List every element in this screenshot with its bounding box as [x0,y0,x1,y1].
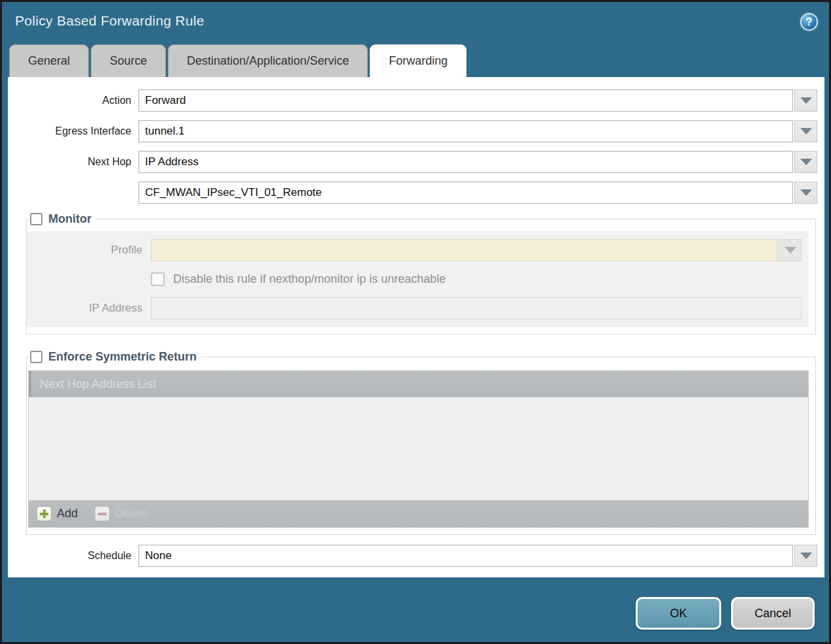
chevron-down-icon [800,553,812,559]
next-hop-address-input[interactable] [138,182,793,204]
egress-interface-row: Egress Interface [8,120,824,142]
chevron-down-icon [800,97,812,104]
disable-rule-label: Disable this rule if nexthop/monitor ip … [173,272,446,286]
delete-button[interactable]: Delete [95,506,149,521]
forwarding-tab-panel: Action Egress Interface Next Hop [8,77,824,577]
schedule-label: Schedule [8,550,138,562]
action-input[interactable] [138,89,793,112]
chevron-down-icon [800,128,812,135]
schedule-input[interactable] [138,545,793,567]
disable-rule-row: Disable this rule if nexthop/monitor ip … [27,272,802,286]
next-hop-address-row [8,182,824,204]
next-hop-address-table-body[interactable] [29,397,808,500]
disable-rule-checkbox[interactable] [151,272,165,286]
tab-source[interactable]: Source [91,44,166,77]
pbf-rule-dialog: Policy Based Forwarding Rule ? General S… [0,0,831,644]
monitor-ip-input[interactable] [151,297,802,319]
dialog-title: Policy Based Forwarding Rule [15,13,204,29]
enforce-symmetric-return-checkbox[interactable] [30,351,42,363]
dialog-titlebar: Policy Based Forwarding Rule ? [2,2,829,44]
monitor-checkbox[interactable] [30,213,42,225]
add-button[interactable]: Add [37,506,78,521]
profile-input[interactable] [151,239,777,261]
action-row: Action [8,89,824,112]
tab-general[interactable]: General [9,44,89,77]
monitor-legend: Monitor [29,212,96,226]
monitor-legend-label: Monitor [48,212,91,226]
chevron-down-icon [785,247,796,253]
action-dropdown-button[interactable] [794,89,817,112]
schedule-row: Schedule [8,545,824,567]
profile-row: Profile [27,239,802,261]
profile-label: Profile [27,244,151,257]
next-hop-address-dropdown-button[interactable] [794,182,817,204]
monitor-panel: Profile Disable this rule if nexthop/mon… [27,231,808,327]
tab-destination-application-service[interactable]: Destination/Application/Service [168,44,368,77]
minus-icon [95,506,110,521]
ok-button[interactable]: OK [636,597,721,630]
monitor-section: Monitor Profile Disable this rule if nex… [26,212,816,334]
help-icon[interactable]: ? [800,13,818,31]
dialog-action-buttons: OK Cancel [636,597,815,630]
enforce-symmetric-return-label: Enforce Symmetric Return [48,350,197,364]
add-button-label: Add [57,507,78,521]
profile-dropdown-button[interactable] [779,239,802,261]
next-hop-label: Next Hop [8,156,138,168]
action-label: Action [8,95,138,106]
egress-interface-label: Egress Interface [8,125,138,137]
egress-interface-input[interactable] [138,120,793,142]
next-hop-address-list-column-header[interactable]: Next Hop Address List [29,371,808,397]
tab-bar: General Source Destination/Application/S… [2,44,829,77]
monitor-ip-row: IP Address [27,297,802,319]
enforce-symmetric-return-section: Enforce Symmetric Return Next Hop Addres… [26,350,816,535]
monitor-ip-label: IP Address [27,302,151,315]
next-hop-dropdown-button[interactable] [794,151,817,173]
delete-button-label: Delete [115,507,149,521]
chevron-down-icon [800,159,812,165]
next-hop-address-table-footer: Add Delete [29,500,808,527]
plus-icon [37,506,52,521]
chevron-down-icon [800,189,812,196]
tab-forwarding[interactable]: Forwarding [370,44,466,77]
next-hop-address-table: Next Hop Address List Add Delete [28,370,809,528]
enforce-symmetric-return-legend: Enforce Symmetric Return [29,350,201,364]
next-hop-type-input[interactable] [138,151,793,173]
egress-interface-dropdown-button[interactable] [794,120,817,142]
schedule-dropdown-button[interactable] [794,545,817,567]
next-hop-row: Next Hop [8,151,824,173]
cancel-button[interactable]: Cancel [731,597,815,630]
